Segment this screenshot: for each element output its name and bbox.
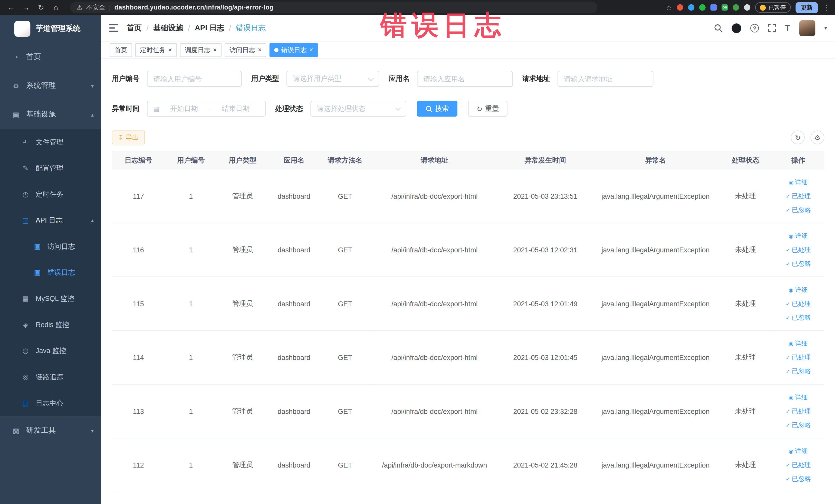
close-icon[interactable]: × bbox=[213, 47, 217, 54]
tab-scheduled-task[interactable]: 定时任务 × bbox=[135, 43, 177, 57]
breadcrumb: 首页 / 基础设施 / API 日志 / 错误日志 bbox=[127, 23, 266, 33]
close-icon[interactable]: × bbox=[258, 47, 262, 54]
request-url-input[interactable] bbox=[564, 75, 647, 83]
fullscreen-icon[interactable] bbox=[768, 24, 776, 32]
breadcrumb-infrastructure[interactable]: 基础设施 bbox=[153, 23, 183, 33]
detail-link[interactable]: ◉详细 bbox=[772, 390, 824, 404]
export-button-label: 导出 bbox=[126, 133, 139, 142]
sidebar-item-config-manage[interactable]: ✎ 配置管理 bbox=[0, 155, 101, 181]
forward-icon[interactable]: → bbox=[20, 0, 32, 15]
sidebar-item-label: Java 监控 bbox=[36, 346, 66, 355]
detail-link[interactable]: ◉详细 bbox=[772, 283, 824, 297]
font-size-icon[interactable]: T bbox=[785, 23, 790, 33]
sidebar-item-trace[interactable]: ◎ 链路追踪 bbox=[0, 364, 101, 390]
sidebar-item-error-log[interactable]: ▣ 错误日志 bbox=[0, 259, 101, 285]
help-icon[interactable]: ? bbox=[751, 24, 759, 32]
sidebar-item-access-log[interactable]: ▣ 访问日志 bbox=[0, 234, 101, 260]
extension-red-icon[interactable] bbox=[677, 4, 683, 11]
column-settings-button[interactable]: ⚙ bbox=[811, 130, 824, 144]
mark-ignored-link[interactable]: ✓已忽略 bbox=[772, 472, 824, 486]
address-bar[interactable]: ⚠ 不安全 | dashboard.yudao.iocoder.cn/infra… bbox=[70, 2, 597, 13]
extension-paw-icon[interactable] bbox=[744, 4, 750, 11]
tab-access-log[interactable]: 访问日志 × bbox=[225, 43, 266, 57]
extension-grid-icon[interactable] bbox=[711, 4, 717, 11]
extension-sprout-icon[interactable] bbox=[733, 4, 739, 11]
mark-ignored-link[interactable]: ✓已忽略 bbox=[772, 364, 824, 378]
extension-green-icon[interactable] bbox=[699, 4, 706, 11]
mark-ignored-link[interactable]: ✓已忽略 bbox=[772, 203, 824, 217]
reset-button[interactable]: ↻ 重置 bbox=[468, 101, 507, 117]
breadcrumb-api-log[interactable]: API 日志 bbox=[195, 23, 224, 33]
sidebar-item-mysql-monitor[interactable]: ▦ MySQL 监控 bbox=[0, 285, 101, 312]
user-type-select[interactable]: 请选择用户类型 bbox=[286, 71, 379, 87]
breadcrumb-home[interactable]: 首页 bbox=[127, 23, 142, 33]
search-icon[interactable] bbox=[714, 24, 722, 32]
sidebar-item-home[interactable]: ◔ 首页 bbox=[0, 43, 101, 72]
tab-error-log[interactable]: 错误日志 × bbox=[269, 43, 318, 57]
download-icon: ↧ bbox=[118, 134, 124, 141]
col-exception-time: 异常发生时间 bbox=[498, 151, 592, 169]
sidebar-item-scheduled-task[interactable]: ◷ 定时任务 bbox=[0, 181, 101, 207]
sidebar-item-file-manage[interactable]: ◰ 文件管理 bbox=[0, 129, 101, 155]
back-icon[interactable]: ← bbox=[5, 0, 17, 15]
app-name-input[interactable] bbox=[423, 75, 506, 83]
sidebar-item-redis-monitor[interactable]: ◈ Redis 监控 bbox=[0, 312, 101, 338]
annotation-overlay-text: 错误日志 bbox=[380, 7, 506, 43]
profile-paused-chip[interactable]: 已暂停 bbox=[755, 2, 791, 13]
search-button[interactable]: 搜索 bbox=[417, 101, 457, 117]
detail-link[interactable]: ◉详细 bbox=[772, 229, 824, 243]
sidebar-item-java-monitor[interactable]: ◍ Java 监控 bbox=[0, 338, 101, 364]
avatar[interactable] bbox=[799, 20, 815, 36]
user-id-input[interactable] bbox=[153, 75, 235, 83]
github-icon[interactable] bbox=[732, 23, 741, 33]
date-range-picker[interactable]: ▦ 开始日期 - 结束日期 bbox=[147, 101, 266, 117]
mark-processed-link[interactable]: ✓已处理 bbox=[772, 297, 824, 311]
mark-processed-link[interactable]: ✓已处理 bbox=[772, 243, 824, 257]
mark-processed-link[interactable]: ✓已处理 bbox=[772, 404, 824, 418]
mark-processed-link[interactable]: ✓已处理 bbox=[772, 189, 824, 203]
close-icon[interactable]: × bbox=[309, 47, 313, 54]
bookmark-star-icon[interactable]: ☆ bbox=[666, 3, 672, 11]
cell-request-url: /api/infra/db-doc/export-html bbox=[371, 384, 498, 438]
mark-processed-link[interactable]: ✓已处理 bbox=[772, 350, 824, 364]
extension-on-badge-icon[interactable]: on bbox=[721, 4, 728, 11]
tab-home[interactable]: 首页 bbox=[109, 43, 132, 57]
detail-link[interactable]: ◉详细 bbox=[772, 337, 824, 350]
mark-ignored-link[interactable]: ✓已忽略 bbox=[772, 418, 824, 432]
col-exception-name: 异常名 bbox=[592, 151, 719, 169]
detail-link[interactable]: ◉详细 bbox=[772, 175, 824, 189]
extension-drop-icon[interactable] bbox=[688, 4, 694, 11]
detail-label: 详细 bbox=[795, 285, 808, 294]
detail-link[interactable]: ◉详细 bbox=[772, 444, 824, 458]
browser-update-button[interactable]: 更新 bbox=[795, 2, 818, 13]
col-process-status: 处理状态 bbox=[719, 151, 772, 169]
sidebar-item-log-center[interactable]: ▤ 日志中心 bbox=[0, 390, 101, 416]
close-icon[interactable]: × bbox=[168, 47, 172, 54]
gear-icon: ⚙ bbox=[12, 82, 20, 89]
reload-icon[interactable]: ↻ bbox=[35, 0, 47, 15]
collapse-sidebar-icon[interactable] bbox=[109, 24, 118, 32]
mark-ignored-link[interactable]: ✓已忽略 bbox=[772, 310, 824, 324]
screen: ← → ↻ ⌂ ⚠ 不安全 | dashboard.yudao.iocoder.… bbox=[0, 0, 835, 504]
mark-processed-link[interactable]: ✓已处理 bbox=[772, 458, 824, 472]
export-button[interactable]: ↧ 导出 bbox=[112, 130, 145, 144]
sidebar-item-infrastructure[interactable]: ▣ 基础设施 ▴ bbox=[0, 100, 101, 129]
filter-process-status: 处理状态 请选择处理状态 bbox=[276, 101, 406, 117]
process-status-select[interactable]: 请选择处理状态 bbox=[310, 101, 406, 117]
search-icon bbox=[426, 105, 432, 112]
home-icon[interactable]: ⌂ bbox=[50, 0, 62, 15]
sidebar-item-api-log[interactable]: ▥ API 日志 ▴ bbox=[0, 207, 101, 234]
mark-ignored-link[interactable]: ✓已忽略 bbox=[772, 257, 824, 270]
cell-method: GET bbox=[320, 384, 371, 438]
browser-menu-icon[interactable]: ⋮ bbox=[823, 3, 830, 11]
sidebar-item-system[interactable]: ⚙ 系统管理 ▾ bbox=[0, 72, 101, 100]
processed-label: 已处理 bbox=[792, 460, 811, 469]
ignored-label: 已忽略 bbox=[792, 259, 811, 268]
log-center-icon: ▤ bbox=[21, 399, 30, 407]
sidebar-item-dev-tools[interactable]: ▩ 研发工具 ▾ bbox=[0, 416, 101, 445]
tab-schedule-log[interactable]: 调度日志 × bbox=[180, 43, 222, 57]
caret-down-icon[interactable]: ▾ bbox=[824, 25, 827, 31]
refresh-table-button[interactable]: ↻ bbox=[791, 130, 805, 144]
request-url-label: 请求地址 bbox=[522, 74, 550, 83]
app-logo-row[interactable]: 芋道管理系统 bbox=[0, 15, 101, 43]
